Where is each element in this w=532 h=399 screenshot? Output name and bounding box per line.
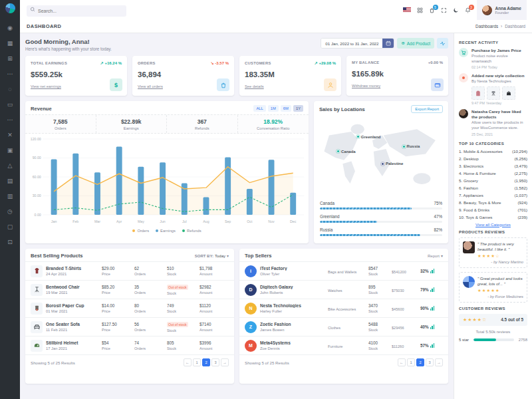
category-row[interactable]: 1. Mobile & Accessories(10,294) (459, 149, 527, 154)
date-range-value: 01 Jan, 2022 to 31 Jan, 2022 (321, 39, 382, 48)
sidebar-item-components[interactable]: ✕ (0, 127, 20, 142)
sidebar-item-maps[interactable]: ▢ (0, 219, 20, 234)
category-row[interactable]: 7. Appliances(1,037) (459, 193, 527, 198)
seller-logo: D (245, 284, 257, 296)
search-box (27, 3, 126, 17)
calendar-button[interactable] (382, 39, 394, 48)
sidebar-item-widgets[interactable]: ▣ (0, 142, 20, 158)
sidebar-item-layouts[interactable]: ⊞ (0, 51, 20, 66)
review-card[interactable]: " The product is very beautiful. I like … (459, 237, 527, 268)
location-row-greenland: Greenland47% (314, 214, 448, 223)
svg-text:Jun: Jun (160, 219, 166, 223)
sidebar-section-divider: ⋯ (0, 66, 20, 81)
map-marker-greenland[interactable]: Greenland (356, 135, 381, 139)
stat-change: ↘ -3.57 % (211, 61, 229, 65)
summary-orders-value: 7,585 (25, 118, 96, 125)
briefcase-icon: ▣ (7, 147, 13, 154)
page-2-button[interactable]: 2 (202, 358, 210, 366)
map-marker-canada[interactable]: Canada (336, 150, 356, 154)
sales-locations-title: Sales by Locations (319, 106, 365, 112)
category-row[interactable]: 8. Beauty, Toys & More(924) (459, 200, 527, 205)
product-row: One Seater Sofa11 Feb 2021 $127.50Price … (25, 317, 234, 336)
jacket-thumb[interactable] (471, 86, 485, 100)
page-3-button[interactable]: 3 (426, 358, 434, 366)
sidebar-item-multilevel[interactable]: ⊡ (0, 234, 20, 249)
activity-item[interactable]: Added new style collection By Nesta Tech… (459, 73, 527, 105)
map-marker-palestine[interactable]: Palestine (381, 162, 403, 166)
svg-text:Feb: Feb (72, 219, 78, 223)
app-logo-icon[interactable] (5, 3, 15, 13)
review-card[interactable]: " Great product and looks great, lots of… (459, 272, 527, 303)
page-prev-button[interactable]: ← (184, 358, 192, 366)
location-row-russia: Russia82% (314, 227, 448, 236)
category-row[interactable]: 6. Fashion(1,582) (459, 186, 527, 190)
category-row[interactable]: 10. Toys & Games(239) (459, 215, 527, 219)
page-1-button[interactable]: 1 (193, 358, 201, 366)
breadcrumb-parent[interactable]: Dashboards (475, 24, 498, 29)
page-1-button[interactable]: 1 (407, 358, 415, 366)
clock-icon: ◷ (7, 208, 13, 215)
top-sellers-panel: Top Sellers Report▾ i iTest FactoryOlive… (239, 249, 448, 384)
fullscreen-icon[interactable] (441, 7, 447, 13)
progress-bar (320, 234, 420, 236)
range-button-1m[interactable]: 1M (268, 105, 279, 112)
stat-link[interactable]: View all orders (138, 84, 163, 88)
notifications-bell-icon[interactable]: 3 (465, 7, 471, 13)
product-image (31, 303, 43, 315)
sidebar-item-authentication[interactable]: ◌ (0, 81, 20, 96)
activity-item[interactable]: Purchase by James Price Product noise ev… (459, 48, 527, 69)
camera-thumb[interactable] (487, 86, 500, 100)
breadcrumb-current: Dashboard (505, 24, 525, 29)
view-all-categories-link[interactable]: View all Categories (475, 222, 511, 227)
stat-link[interactable]: Withdraw money (352, 84, 380, 88)
sidebar-item-dashboards[interactable]: ◉ (0, 20, 20, 35)
sidebar-item-icons[interactable]: ◷ (0, 203, 20, 219)
cart-icon[interactable]: 5 (429, 7, 435, 13)
dark-mode-icon[interactable] (453, 7, 459, 13)
sidebar-item-forms[interactable]: △ (0, 158, 20, 173)
stat-link[interactable]: View net earnings (31, 84, 61, 88)
map-marker-russia[interactable]: Russia (402, 144, 420, 148)
svg-text:Apr: Apr (116, 219, 122, 223)
web-apps-icon[interactable] (417, 7, 423, 13)
user-menu[interactable]: Anna Adame Founder (477, 0, 527, 20)
sidebar-item-apps[interactable]: ▦ (0, 35, 20, 51)
sidebar-item-charts[interactable]: ▥ (0, 188, 20, 203)
page-next-button[interactable]: → (435, 358, 443, 366)
range-button-all[interactable]: ALL (253, 105, 265, 112)
category-row[interactable]: 2. Desktop(6,256) (459, 156, 527, 161)
activity-button[interactable] (437, 38, 448, 49)
report-dropdown[interactable]: Report▾ (428, 253, 443, 258)
rating-bar-row: 5 star 2758 (459, 338, 527, 342)
sort-by-dropdown[interactable]: SORT BY:Today▾ (195, 253, 229, 258)
greeting-title: Good Morning, Anna! (25, 38, 112, 45)
notifications-badge: 3 (469, 5, 474, 10)
activity-item[interactable]: Natasha Carey have liked the products Al… (459, 109, 527, 136)
svg-text:Oct: Oct (247, 219, 253, 223)
main-content: Good Morning, Anna! Here's what's happen… (20, 33, 454, 399)
page-2-button[interactable]: 2 (416, 358, 424, 366)
range-button-6m[interactable]: 6M (281, 105, 291, 112)
language-flag-icon[interactable] (403, 7, 411, 13)
stat-link[interactable]: See details (245, 84, 264, 88)
stat-label: MY BALANCE (352, 61, 380, 65)
revenue-panel: Revenue ALL 1M 6M 1Y 7,585Orders $22.89k… (25, 101, 309, 243)
world-map[interactable]: Greenland Canada Russia Palestine (319, 117, 443, 198)
stat-value: $559.25k (31, 70, 122, 78)
page-next-button[interactable]: → (221, 358, 229, 366)
range-button-1y[interactable]: 1Y (293, 105, 303, 112)
export-report-button[interactable]: Export Report (411, 105, 443, 113)
search-input[interactable] (27, 5, 126, 17)
page-3-button[interactable]: 3 (211, 358, 219, 366)
category-row[interactable]: 9. Food & Drinks(701) (459, 207, 527, 212)
category-row[interactable]: 5. Grocery(1,950) (459, 178, 527, 183)
bag-thumb[interactable] (502, 86, 515, 100)
date-range-picker[interactable]: 01 Jan, 2022 to 31 Jan, 2022 (321, 38, 394, 49)
add-product-button[interactable]: ⊕ Add Product (397, 38, 434, 49)
sidebar-item-pages[interactable]: ▭ (0, 96, 20, 112)
category-row[interactable]: 3. Electronics(3,479) (459, 164, 527, 168)
category-row[interactable]: 4. Home & Furniture(2,275) (459, 171, 527, 176)
sidebar-item-tables[interactable]: ▤ (0, 173, 20, 188)
user-avatar (459, 109, 468, 118)
page-prev-button[interactable]: ← (398, 358, 406, 366)
